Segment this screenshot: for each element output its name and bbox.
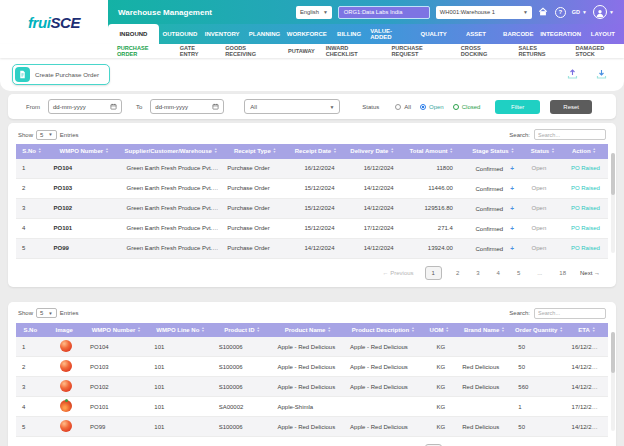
sort-icon[interactable]: ▲▼ <box>593 148 596 154</box>
status-radio-option[interactable]: Open <box>420 104 444 110</box>
nav-tab-integration[interactable]: INTEGRATION <box>539 24 581 44</box>
column-header[interactable]: Order Quantity▲▼ <box>512 323 565 338</box>
column-header[interactable]: Supplier/Customer/Warehouse▲▼ <box>121 144 222 159</box>
column-header[interactable]: WMPO Line No▲▼ <box>148 323 212 338</box>
page-number[interactable]: 1 <box>425 266 442 280</box>
profile-menu[interactable]: ▼ <box>593 5 614 19</box>
organization-field[interactable]: ORG1:Data Labs India <box>338 6 430 19</box>
stage-expand-icon[interactable]: + <box>510 205 514 212</box>
page-number[interactable]: ... <box>534 268 545 278</box>
order-line-row[interactable]: 3 PO102 101 S100006 Apple - Red Deliciou… <box>16 377 608 397</box>
sort-icon[interactable]: ▲▼ <box>501 327 504 333</box>
column-header[interactable]: Brand Name▲▼ <box>456 323 512 338</box>
column-header[interactable]: Image▲▼ <box>45 323 85 338</box>
download-icon[interactable] <box>595 66 608 84</box>
next-button[interactable]: Next → <box>580 270 600 276</box>
column-header[interactable]: Receipt Type▲▼ <box>221 144 289 159</box>
order-row[interactable]: 2 PO103 Green Earth Fresh Produce Pvt. L… <box>16 178 608 198</box>
nav-tab-planning[interactable]: PLANNING <box>243 24 285 44</box>
order-line-row[interactable]: 5 PO99 101 S100006 Apple - Red Delicious… <box>16 417 608 437</box>
status-radio-option[interactable]: Closed <box>453 104 481 110</box>
page-number[interactable]: 18 <box>556 268 569 278</box>
nav-tab-billing[interactable]: BILLING <box>328 24 370 44</box>
nav-tab-inbound[interactable]: INBOUND <box>108 24 159 44</box>
column-header[interactable]: Receipt Date▲▼ <box>289 144 343 159</box>
column-header[interactable]: Action▲▼ <box>560 144 608 159</box>
column-header[interactable]: ETA▲▼ <box>566 323 608 338</box>
order-line-row[interactable]: 2 PO103 101 S100006 Apple - Red Deliciou… <box>16 357 608 377</box>
home-icon[interactable] <box>538 7 549 18</box>
vertical-scrollbar[interactable] <box>611 332 615 432</box>
language-select[interactable]: English ▼ <box>296 6 332 19</box>
po-raised-link[interactable]: PO Raised <box>560 178 608 198</box>
sort-icon[interactable]: ▲▼ <box>559 327 562 333</box>
status-radio-option[interactable]: All <box>395 104 411 110</box>
page-number[interactable]: 5 <box>514 268 523 278</box>
page-number[interactable]: 2 <box>453 268 462 278</box>
sort-icon[interactable]: ▲▼ <box>450 148 453 154</box>
user-initials-menu[interactable]: GD ▼ <box>572 9 587 15</box>
sort-icon[interactable]: ▲▼ <box>273 148 276 154</box>
subnav-item-gate-entry[interactable]: GATE ENTRY <box>180 45 214 57</box>
subnav-item-damaged-stock[interactable]: DAMAGED STOCK <box>575 45 624 57</box>
sort-icon[interactable]: ▲▼ <box>446 327 449 333</box>
type-filter-select[interactable]: All ▼ <box>244 99 340 114</box>
sort-icon[interactable]: ▲▼ <box>327 327 330 333</box>
column-header[interactable]: UOM▲▼ <box>422 323 456 338</box>
to-date-input[interactable]: dd-mm-yyyy <box>150 99 224 114</box>
subnav-item-goods-receiving[interactable]: GOODS RECEIVING <box>225 45 277 57</box>
page-number[interactable]: 4 <box>494 268 503 278</box>
stage-expand-icon[interactable]: + <box>510 185 514 192</box>
sort-icon[interactable]: ▲▼ <box>551 148 554 154</box>
search-input[interactable] <box>534 308 606 319</box>
page-size-select[interactable]: 5 ▼ <box>36 308 57 318</box>
warehouse-select[interactable]: WH001:Warehouse 1 ▼ <box>436 6 532 19</box>
po-raised-link[interactable]: PO Raised <box>560 218 608 238</box>
nav-tab-value-added[interactable]: VALUE-ADDED <box>370 24 412 44</box>
subnav-item-inward-checklist[interactable]: INWARD CHECKLIST <box>326 45 381 57</box>
previous-button[interactable]: ← Previous <box>383 270 414 276</box>
nav-tab-barcode[interactable]: BARCODE <box>497 24 539 44</box>
sort-icon[interactable]: ▲▼ <box>592 327 595 333</box>
vertical-scrollbar[interactable] <box>611 153 615 253</box>
filter-button[interactable]: Filter <box>495 100 540 114</box>
from-date-input[interactable]: dd-mm-yyyy <box>48 99 122 114</box>
help-icon[interactable]: ? <box>555 7 566 18</box>
column-header[interactable]: Stage Status▲▼ <box>461 144 526 159</box>
sort-icon[interactable]: ▲▼ <box>38 148 41 154</box>
sort-icon[interactable]: ▲▼ <box>411 327 414 333</box>
sort-icon[interactable]: ▲▼ <box>390 148 393 154</box>
nav-tab-outbound[interactable]: OUTBOUND <box>159 24 201 44</box>
subnav-item-cross-docking[interactable]: CROSS DOCKING <box>461 45 508 57</box>
nav-tab-layout[interactable]: LAYOUT <box>582 24 624 44</box>
subnav-item-sales-returns[interactable]: SALES RETURNS <box>518 45 564 57</box>
sort-icon[interactable]: ▲▼ <box>105 148 108 154</box>
column-header[interactable]: Product Description▲▼ <box>344 323 422 338</box>
column-header[interactable]: WMPO Number▲▼ <box>84 323 148 338</box>
column-header[interactable]: Status▲▼ <box>526 144 560 159</box>
order-row[interactable]: 5 PO99 Green Earth Fresh Produce Pvt. Lt… <box>16 238 608 258</box>
stage-expand-icon[interactable]: + <box>510 225 514 232</box>
page-size-select[interactable]: 5 ▼ <box>36 130 57 140</box>
po-raised-link[interactable]: PO Raised <box>560 159 608 179</box>
create-purchase-order-button[interactable]: Create Purchase Order <box>12 64 110 85</box>
nav-tab-quality[interactable]: QUALITY <box>413 24 455 44</box>
order-line-row[interactable]: 4 PO101 101 SA00002 Apple-Shimla KG 1 17… <box>16 397 608 417</box>
order-line-row[interactable]: 1 PO104 101 S100006 Apple - Red Deliciou… <box>16 337 608 357</box>
column-header[interactable]: S.No▲▼ <box>16 323 45 338</box>
nav-tab-inventory[interactable]: INVENTORY <box>201 24 243 44</box>
column-header[interactable]: WMPO Number▲▼ <box>47 144 120 159</box>
sort-icon[interactable]: ▲▼ <box>511 148 514 154</box>
column-header[interactable]: Delivery Date▲▼ <box>342 144 401 159</box>
sort-icon[interactable]: ▲▼ <box>333 148 336 154</box>
subnav-item-purchase-order[interactable]: PURCHASE ORDER <box>117 45 169 57</box>
sort-icon[interactable]: ▲▼ <box>201 327 204 333</box>
order-row[interactable]: 1 PO104 Green Earth Fresh Produce Pvt. L… <box>16 159 608 179</box>
sort-icon[interactable]: ▲▼ <box>137 327 140 333</box>
po-raised-link[interactable]: PO Raised <box>560 198 608 218</box>
column-header[interactable]: Total Amount▲▼ <box>402 144 461 159</box>
nav-tab-asset[interactable]: ASSET <box>455 24 497 44</box>
nav-tab-workforce[interactable]: WORKFORCE <box>286 24 328 44</box>
order-row[interactable]: 3 PO102 Green Earth Fresh Produce Pvt. L… <box>16 198 608 218</box>
page-number[interactable]: 3 <box>473 268 482 278</box>
